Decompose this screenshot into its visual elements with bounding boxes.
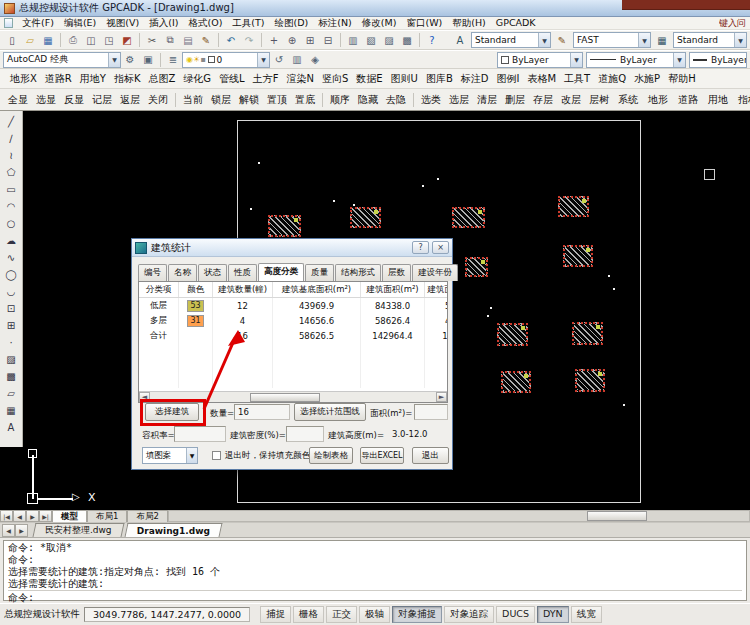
- ellipse-icon[interactable]: ◯: [2, 266, 21, 283]
- layer-tool-item[interactable]: 清层: [473, 93, 501, 107]
- status-toggle-正交[interactable]: 正交: [326, 606, 357, 623]
- rectangle-icon[interactable]: ▭: [2, 181, 21, 198]
- workspace-save-icon[interactable]: ▣: [139, 52, 157, 68]
- properties-icon[interactable]: ▥: [344, 32, 362, 48]
- color-combo[interactable]: ByLayer▼: [497, 52, 583, 68]
- status-toggle-DYN[interactable]: DYN: [537, 606, 569, 623]
- last-tab-icon[interactable]: ▶|: [39, 510, 52, 522]
- dialog-tab-1[interactable]: 编号: [138, 264, 167, 281]
- table-icon[interactable]: ▦: [2, 402, 21, 419]
- gpc-menu-item[interactable]: 图则U: [387, 72, 422, 86]
- next-file-icon[interactable]: ▶: [15, 524, 28, 537]
- mtext-icon[interactable]: A: [2, 419, 21, 436]
- polygon-icon[interactable]: ⬠: [2, 164, 21, 181]
- new-file-icon[interactable]: ▯: [3, 32, 21, 48]
- infocenter-typein[interactable]: 键入问: [719, 17, 746, 30]
- layer-tool-item[interactable]: 置底: [291, 93, 319, 107]
- tool-palettes-icon[interactable]: ▨: [380, 32, 398, 48]
- gpc-menu-item[interactable]: 表格M: [523, 72, 560, 86]
- region-icon[interactable]: ▱: [2, 385, 21, 402]
- text-style-icon[interactable]: A: [451, 32, 469, 48]
- menu-item[interactable]: 编辑(E): [59, 17, 101, 30]
- dialog-close-button[interactable]: ×: [432, 241, 449, 254]
- menu-item[interactable]: 绘图(D): [270, 17, 314, 30]
- lineweight-combo[interactable]: ByLayer: [689, 52, 747, 68]
- table-row[interactable]: 低层531243969.984338.059.0: [139, 298, 447, 313]
- layout-tab-模型[interactable]: 模型: [52, 510, 87, 522]
- gpc-menu-item[interactable]: 图例I: [493, 72, 524, 86]
- prev-tab-icon[interactable]: ◀: [13, 510, 26, 522]
- prev-file-icon[interactable]: ◀: [2, 524, 15, 537]
- chevron-down-icon[interactable]: ▼: [734, 33, 746, 47]
- layer-tool-item[interactable]: 层树: [585, 93, 613, 107]
- layer-tool-item[interactable]: 关闭: [144, 93, 172, 107]
- make-block-icon[interactable]: ⊞: [2, 317, 21, 334]
- layer-isolate-icon[interactable]: ◈: [306, 52, 324, 68]
- layer-tool-item[interactable]: 隐藏: [354, 93, 382, 107]
- chevron-down-icon[interactable]: ▼: [186, 448, 197, 463]
- chevron-down-icon[interactable]: ▼: [538, 33, 550, 47]
- table-style-combo[interactable]: Standard▼: [673, 32, 747, 48]
- dialog-tab-8[interactable]: 层数: [382, 264, 411, 281]
- layer-tool-item[interactable]: 锁层: [207, 93, 235, 107]
- dialog-tab-2[interactable]: 名称: [168, 264, 197, 281]
- point-icon[interactable]: ·: [2, 334, 21, 351]
- count-field[interactable]: 16: [234, 404, 290, 420]
- gpc-menu-item[interactable]: 管线L: [215, 72, 249, 86]
- layer-combo[interactable]: ◉ ☀ ▪ 0 ▼: [182, 52, 270, 68]
- cut-icon[interactable]: ✂: [143, 32, 161, 48]
- layer-tool-item[interactable]: 选类: [417, 93, 445, 107]
- menu-item[interactable]: 修改(M): [357, 17, 402, 30]
- menu-item[interactable]: GPCADK: [491, 17, 541, 30]
- dialog-title-bar[interactable]: 建筑统计 ? ×: [132, 239, 452, 257]
- layout-tab-布局2[interactable]: 布局2: [127, 510, 167, 522]
- status-toggle-DUCS[interactable]: DUCS: [496, 606, 535, 623]
- status-toggle-栅格[interactable]: 栅格: [293, 606, 324, 623]
- linetype-combo[interactable]: ByLayer▼: [586, 52, 686, 68]
- building-footprint[interactable]: [465, 257, 488, 277]
- layer-tool-item[interactable]: 解锁: [235, 93, 263, 107]
- zoom-realtime-icon[interactable]: ⊕: [283, 32, 301, 48]
- table-header-cell[interactable]: 颜色: [179, 282, 213, 297]
- table-header-cell[interactable]: 建筑基底面积(m²): [273, 282, 361, 297]
- status-toggle-捕捉[interactable]: 捕捉: [260, 606, 291, 623]
- spline-icon[interactable]: ∿: [2, 249, 21, 266]
- ellipse-arc-icon[interactable]: ◡: [2, 283, 21, 300]
- gpc-tool-item[interactable]: 指标: [733, 93, 750, 107]
- menu-item[interactable]: 工具(T): [227, 17, 269, 30]
- file-tab[interactable]: Drawing1.dwg: [124, 523, 222, 537]
- canvas-hscrollbar[interactable]: [168, 510, 750, 522]
- line-icon[interactable]: ╱: [2, 113, 21, 130]
- file-tab[interactable]: 民安村整理.dwg: [33, 523, 125, 537]
- building-footprint[interactable]: [501, 371, 531, 393]
- layer-tool-item[interactable]: 记层: [88, 93, 116, 107]
- gpc-tool-item[interactable]: 道路: [673, 93, 703, 107]
- building-footprint[interactable]: [350, 207, 381, 228]
- building-footprint[interactable]: [558, 196, 589, 217]
- select-range-button[interactable]: 选择统计范围线: [294, 403, 366, 421]
- table-header-cell[interactable]: 建筑数量(幢): [213, 282, 273, 297]
- paste-icon[interactable]: ▤: [179, 32, 197, 48]
- pan-icon[interactable]: +: [265, 32, 283, 48]
- building-footprint[interactable]: [452, 207, 485, 228]
- menu-item[interactable]: 视图(V): [101, 17, 144, 30]
- exit-button[interactable]: 退出: [412, 447, 449, 464]
- gpc-menu-item[interactable]: 标注D: [457, 72, 493, 86]
- gpc-menu-item[interactable]: 道施Q: [594, 72, 630, 86]
- status-coordinates[interactable]: 3049.7786, 1447.2477, 0.0000: [84, 607, 250, 622]
- layer-tool-item[interactable]: 全显: [4, 93, 32, 107]
- status-toggle-对象追踪[interactable]: 对象追踪: [444, 606, 494, 623]
- gpc-menu-item[interactable]: 道路R: [41, 72, 76, 86]
- gradient-icon[interactable]: ▩: [2, 368, 21, 385]
- gpc-menu-item[interactable]: 水施P: [630, 72, 664, 86]
- building-footprint[interactable]: [572, 322, 603, 345]
- gpc-tool-item[interactable]: 系统: [613, 93, 643, 107]
- zoom-window-icon[interactable]: ⊞: [301, 32, 319, 48]
- menu-item[interactable]: 文件(F): [17, 17, 59, 30]
- dialog-help-button[interactable]: ?: [412, 241, 429, 254]
- command-prompt[interactable]: 命令:: [8, 590, 742, 604]
- gpc-menu-item[interactable]: 帮助H: [664, 72, 700, 86]
- table-row[interactable]: 合计1658626.5142964.4100.0: [139, 328, 447, 343]
- dialog-tab-5[interactable]: 高度分类: [258, 263, 304, 281]
- dwf-icon[interactable]: ◩: [118, 32, 136, 48]
